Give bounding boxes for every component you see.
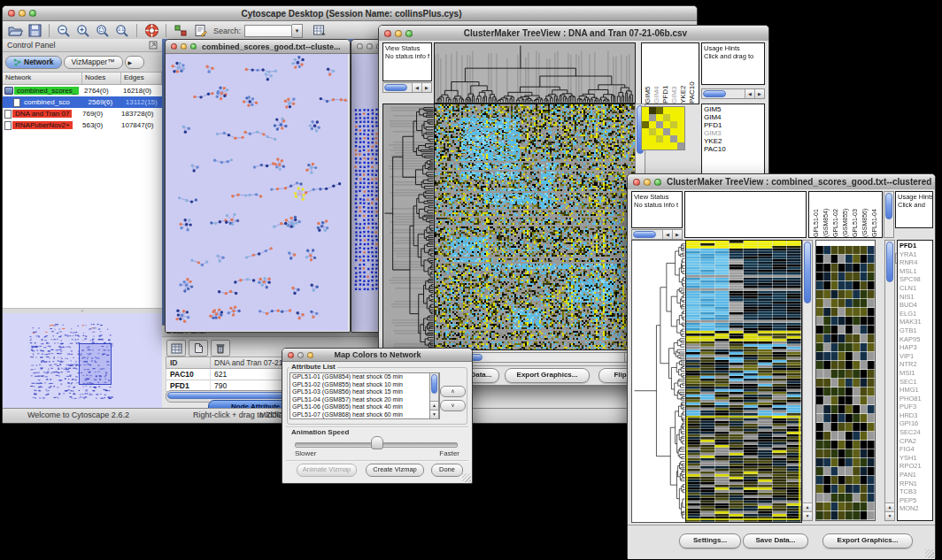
save-session-button[interactable] [27, 23, 42, 38]
network-row[interactable]: combined_sco 2569(6) 13112(15) [3, 96, 162, 108]
move-up-button[interactable]: ∧ [440, 386, 466, 397]
zoom-button[interactable] [405, 30, 413, 37]
minimize-button[interactable] [367, 43, 373, 50]
gene-label[interactable]: VIP1 [900, 352, 930, 361]
gene-label[interactable]: MSL1 [900, 267, 930, 276]
gene-label[interactable]: SEC24 [900, 428, 930, 437]
attribute-item[interactable]: GPL51-07 (GSM868) heat shock 60 min [290, 411, 439, 419]
network-overview-canvas[interactable] [3, 313, 160, 409]
gene-label[interactable]: CLN1 [900, 284, 930, 293]
network-row[interactable]: combined_scores_ 2764(0) 16218(0) [3, 85, 162, 96]
column-label[interactable]: GPL51-03 (GSM856) [850, 192, 869, 237]
gene-label[interactable]: GIM3 [704, 129, 762, 137]
annotation-button[interactable] [192, 23, 208, 38]
scroll-right-arrow[interactable]: ▶ [421, 83, 431, 92]
column-label[interactable]: GIM3 [670, 43, 679, 104]
tab-network[interactable]: Network [5, 56, 62, 69]
tv2-gene-list[interactable]: PFD1YRA1RNR4MSL1SPC98CLN1NIS1BUD4ELG1MAK… [897, 240, 933, 521]
gene-label[interactable]: YSH1 [900, 454, 930, 463]
animate-vizmap-button[interactable]: Animate Vizmap [297, 464, 357, 477]
minimize-button[interactable] [297, 352, 304, 358]
search-dropdown-arrow[interactable]: ▼ [292, 24, 303, 38]
settings-button[interactable]: Settings... [679, 533, 741, 548]
create-vizmap-button[interactable]: Create Vizmap [366, 464, 424, 477]
move-down-button[interactable]: ∨ [440, 400, 466, 411]
done-button[interactable]: Done [431, 464, 463, 477]
attribute-browser-button[interactable] [312, 23, 328, 38]
gene-label[interactable]: GTB1 [900, 326, 930, 335]
gene-label[interactable]: BUD4 [900, 301, 930, 310]
gene-label[interactable]: HRD3 [900, 411, 930, 420]
gene-label[interactable]: SEC1 [900, 378, 930, 387]
scroll-up-arrow[interactable]: ▲ [885, 502, 894, 511]
gene-label[interactable]: FIG4 [900, 445, 930, 454]
expression-heatmap-canvas[interactable] [686, 241, 801, 522]
tv2-column-tree-area[interactable] [684, 191, 807, 238]
gene-label[interactable]: NIS1 [900, 293, 930, 302]
scroll-left-arrow[interactable]: ◀ [412, 83, 421, 92]
column-label[interactable]: GPL51-04 (GSM857) [869, 192, 883, 237]
gene-label[interactable]: PHO81 [900, 395, 930, 403]
zoom-button[interactable] [190, 43, 197, 50]
expression-heatmap-canvas[interactable] [435, 104, 635, 349]
attribute-list-scrollbar[interactable]: ▲▼ [429, 372, 439, 419]
col-network[interactable]: Network [3, 73, 82, 84]
tv2-vscrollbar[interactable]: ▲▼ [802, 240, 813, 521]
gene-label[interactable]: SPC98 [900, 275, 930, 284]
gene-label[interactable]: NTR2 [900, 360, 930, 369]
close-button[interactable] [633, 179, 640, 186]
gene-label[interactable]: YRA1 [900, 250, 930, 259]
column-label[interactable]: GPL51-02 (GSM855) [830, 192, 850, 237]
attribute-item[interactable]: GPL51-02 (GSM855) heat shock 10 min [290, 381, 439, 389]
network-row[interactable]: RNAPuberNov2+ 563(0) 107847(0) [3, 119, 162, 131]
tab-vizmapper[interactable]: VizMapper™ [64, 56, 123, 69]
animation-speed-slider-thumb[interactable] [371, 436, 383, 449]
zoom-selected-button[interactable] [95, 23, 111, 38]
minimize-button[interactable] [19, 10, 26, 17]
save-data-button[interactable]: Save Data... [743, 533, 808, 548]
tv1-selected-cluster-heatmap[interactable] [641, 106, 685, 150]
col-id[interactable]: ID [166, 357, 211, 368]
zoom-button[interactable] [29, 10, 36, 17]
gene-label[interactable]: KAP95 [900, 335, 930, 344]
gene-label[interactable]: RPO21 [900, 462, 930, 471]
gene-label[interactable]: MON2 [900, 504, 930, 513]
tv2-titlebar[interactable]: ClusterMaker TreeView : combined_scores_… [628, 174, 935, 190]
col-edges[interactable]: Edges [121, 73, 162, 84]
attribute-item[interactable]: GPL51-03 (GSM856) heat shock 15 min [290, 388, 439, 396]
row-dendrogram-canvas[interactable] [632, 241, 685, 522]
export-graphics-button[interactable]: Export Graphics... [505, 368, 590, 383]
resize-grip[interactable] [462, 473, 471, 482]
open-session-button[interactable] [7, 23, 23, 38]
float-panel-icon[interactable] [149, 41, 158, 50]
column-label[interactable]: GIM4 [652, 43, 661, 104]
gene-label[interactable]: CPA2 [900, 437, 930, 446]
scroll-up-arrow[interactable]: ▲ [430, 401, 438, 410]
zoom-button[interactable] [654, 179, 661, 186]
scroll-up-arrow[interactable]: ▲ [803, 502, 812, 511]
column-label[interactable]: GIM5 [644, 43, 652, 104]
zoom-in-button[interactable] [75, 23, 91, 38]
close-button[interactable] [357, 43, 363, 50]
delete-attribute-button[interactable] [211, 340, 230, 357]
search-input[interactable] [244, 25, 292, 37]
gene-label[interactable]: PFD1 [900, 242, 930, 250]
close-button[interactable] [8, 10, 15, 17]
gene-label[interactable]: GIM5 [704, 105, 762, 113]
help-button[interactable] [143, 23, 159, 38]
gene-label[interactable]: GIM4 [704, 113, 762, 121]
create-network-button[interactable] [173, 23, 189, 38]
gene-label[interactable]: MAK31 [900, 318, 930, 326]
gene-label[interactable]: PAC10 [704, 145, 762, 153]
select-attributes-button[interactable] [166, 340, 186, 357]
gene-label[interactable]: HMG1 [900, 386, 930, 395]
row-dendrogram-canvas[interactable] [383, 104, 434, 349]
minimize-button[interactable] [181, 43, 187, 50]
tv1-usage-scrollbar[interactable]: ◀▶ [701, 88, 765, 99]
gene-label[interactable]: PAN1 [900, 471, 930, 479]
tv1-titlebar[interactable]: ClusterMaker TreeView : DNA and Tran 07-… [379, 26, 768, 42]
gene-label[interactable]: PEP5 [900, 496, 930, 505]
gene-label[interactable]: ELG1 [900, 310, 930, 318]
main-titlebar[interactable]: Cytoscape Desktop (Session Name: collins… [3, 6, 697, 21]
network-canvas-clusters[interactable] [166, 54, 348, 331]
